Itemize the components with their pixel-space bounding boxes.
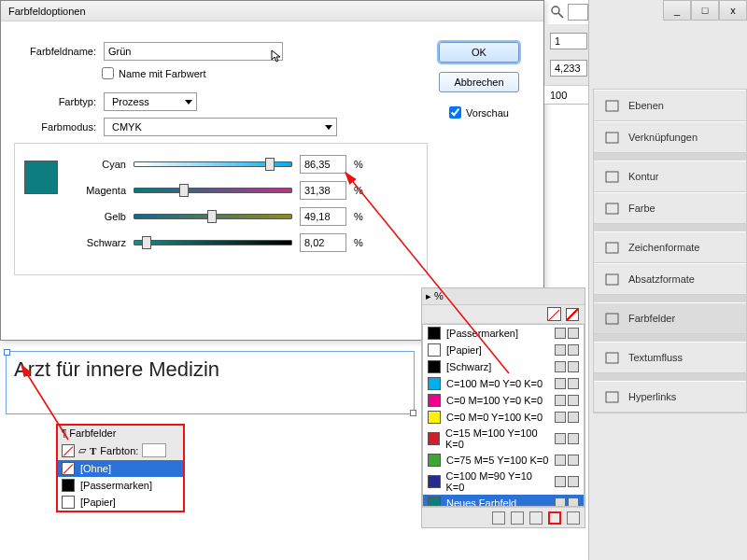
svg-rect-7	[606, 353, 618, 363]
slider-cyan[interactable]	[134, 161, 292, 167]
color-mode-icon	[568, 476, 579, 487]
registration-icon[interactable]	[566, 308, 579, 321]
slider-schwarz[interactable]	[134, 240, 292, 245]
dialog-title: Farbfeldoptionen	[1, 1, 543, 21]
control-measure-input[interactable]	[550, 60, 587, 77]
svg-rect-1	[606, 133, 618, 143]
panel-tab-ebenen[interactable]: Ebenen	[594, 90, 746, 121]
show-list-icon[interactable]	[492, 511, 505, 525]
swatch-row[interactable]: C=100 M=90 Y=10 K=0	[423, 469, 584, 495]
cancel-button[interactable]: Abbrechen	[439, 72, 519, 92]
swatch-row[interactable]: [Schwarz]	[423, 358, 584, 375]
slider-label-cyan: Cyan	[72, 159, 126, 170]
color-mode-icon	[568, 455, 579, 466]
panel-tab-farbfelder[interactable]: Farbfelder	[594, 302, 746, 334]
svg-point-9	[552, 7, 559, 14]
color-mode-select[interactable]: CMYK	[104, 118, 337, 136]
color-type-icon	[555, 361, 566, 372]
swatch-row[interactable]: C=100 M=0 Y=0 K=0	[423, 375, 584, 392]
name-with-value-label: Name mit Farbwert	[119, 68, 206, 79]
color-type-icon	[555, 455, 566, 466]
svg-rect-8	[606, 392, 618, 402]
svg-rect-2	[606, 172, 618, 182]
swatches-panel: ▸ % [Passermarken] [Papier] [Schwarz] C=…	[421, 287, 585, 528]
swatches-icon	[604, 312, 619, 325]
swatch-row[interactable]: C=0 M=0 Y=100 K=0	[423, 409, 584, 426]
slider-label-schwarz: Schwarz	[72, 237, 126, 248]
swatch-chip-icon	[428, 475, 441, 488]
search-input[interactable]	[568, 4, 588, 21]
links-icon	[604, 131, 619, 144]
mini-swatch-item[interactable]: [Papier]	[58, 494, 183, 511]
panel-tab-kontur[interactable]: Kontur	[594, 161, 746, 192]
chevron-down-icon	[185, 100, 192, 105]
swatch-chip-icon	[428, 411, 441, 424]
color-type-icon	[555, 378, 566, 389]
panel-tab-hyperlinks[interactable]: Hyperlinks	[594, 381, 746, 413]
color-type-icon	[555, 395, 566, 406]
window-minimize-button[interactable]: _	[663, 0, 691, 21]
preview-checkbox[interactable]	[449, 106, 461, 119]
color-type-select[interactable]: Prozess	[104, 92, 197, 111]
stroke-icon	[604, 170, 619, 183]
control-bar-fragment	[546, 24, 588, 86]
color-mode-icon	[568, 412, 579, 423]
mini-swatch-item[interactable]: [Passermarken]	[58, 477, 183, 494]
panel-tab-textumfluss[interactable]: Textumfluss	[594, 342, 746, 373]
control-num-input[interactable]	[550, 33, 587, 49]
swatch-row[interactable]: C=75 M=5 Y=100 K=0	[423, 452, 584, 469]
none-swatch-icon[interactable]	[547, 307, 561, 321]
text-cursor-icon	[271, 49, 284, 68]
text-wrap-icon	[604, 351, 619, 364]
search-icon[interactable]	[551, 6, 564, 19]
panel-tab-farbe[interactable]: Farbe	[594, 192, 746, 224]
color-type-label: Farbtyp:	[14, 96, 104, 107]
swatch-row[interactable]: C=0 M=100 Y=0 K=0	[423, 392, 584, 409]
swatch-row[interactable]: C=15 M=100 Y=100 K=0	[423, 426, 584, 452]
tint-input[interactable]	[142, 443, 166, 457]
window-maximize-button[interactable]: □	[691, 0, 719, 21]
swatches-mini-panel: ¶ Farbfelder ▱ T Farbton: [Ohne][Passerm…	[56, 424, 185, 512]
swatch-name-input[interactable]	[104, 42, 283, 61]
show-large-icon[interactable]	[529, 511, 543, 525]
swatch-chip-icon	[428, 497, 441, 507]
swatch-row[interactable]: [Papier]	[423, 342, 584, 358]
ok-button[interactable]: OK	[439, 42, 519, 63]
slider-value-gelb[interactable]	[300, 207, 346, 226]
slider-magenta[interactable]	[134, 188, 292, 193]
new-swatch-button[interactable]	[548, 511, 561, 525]
delete-swatch-button[interactable]	[567, 511, 580, 525]
panel-tab-zeichenformate[interactable]: Zeichenformate	[594, 231, 746, 263]
show-small-icon[interactable]	[511, 511, 524, 525]
fill-proxy-icon[interactable]	[62, 444, 75, 457]
swatch-name: Neues Farbfeld	[446, 497, 516, 507]
mini-panel-tab[interactable]: ¶ Farbfelder	[58, 426, 183, 441]
panel-tab-absatzformate[interactable]: Absatzformate	[594, 263, 746, 295]
para-style-icon	[604, 273, 619, 286]
slider-value-magenta[interactable]	[300, 181, 346, 200]
name-with-value-checkbox[interactable]	[102, 67, 114, 79]
slider-gelb[interactable]	[134, 214, 292, 219]
slider-value-cyan[interactable]	[300, 155, 346, 174]
swatch-chip-icon	[428, 394, 441, 407]
color-icon	[604, 202, 619, 215]
slider-label-magenta: Magenta	[72, 185, 126, 196]
swatch-row[interactable]: [Passermarken]	[423, 325, 584, 342]
hyperlinks-icon	[604, 390, 619, 403]
swatch-row[interactable]: Neues Farbfeld	[423, 495, 584, 507]
swatch-name: C=75 M=5 Y=100 K=0	[446, 455, 548, 466]
color-type-icon	[555, 344, 566, 356]
mini-swatch-item[interactable]: [Ohne]	[58, 460, 183, 477]
text-format-icon[interactable]: T	[90, 445, 96, 456]
color-type-icon	[555, 328, 566, 339]
container-format-icon[interactable]: ▱	[78, 444, 86, 456]
swatch-chip-icon	[62, 479, 75, 492]
panel-tab-verknüpfungen[interactable]: Verknüpfungen	[594, 121, 746, 153]
swatch-chip-icon	[62, 462, 75, 475]
color-mode-icon	[568, 328, 579, 339]
text-frame[interactable]: Arzt für innere Medizin	[6, 351, 415, 414]
swatches-footer	[422, 507, 585, 527]
window-close-button[interactable]: x	[719, 0, 747, 21]
slider-value-schwarz[interactable]	[300, 233, 346, 252]
swatch-name: [Passermarken]	[446, 328, 518, 339]
